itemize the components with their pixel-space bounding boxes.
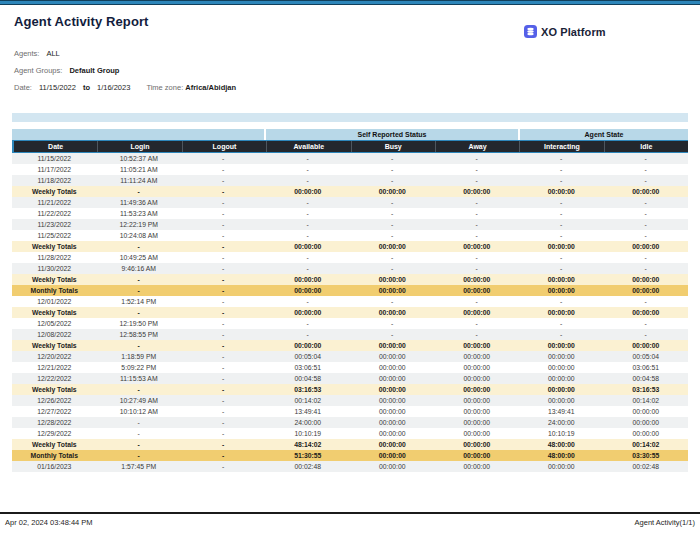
table-cell: - (181, 263, 266, 274)
table-cell: - (181, 439, 266, 450)
table-cell: 03:06:51 (266, 362, 351, 373)
table-cell: - (604, 263, 689, 274)
table-cell: 00:00:00 (350, 307, 435, 318)
table-cell: 00:00:00 (604, 241, 689, 252)
table-cell: - (181, 285, 266, 296)
table-cell: - (350, 329, 435, 340)
table-row: 11/21/202211:49:36 AM------ (12, 197, 688, 208)
table-row: Weekly Totals--00:00:0000:00:0000:00:000… (12, 340, 688, 351)
table-cell: 00:00:00 (519, 274, 604, 285)
table-cell: 00:00:00 (350, 406, 435, 417)
table-cell: 00:00:00 (435, 450, 520, 461)
agent-groups-filter: Agent Groups: Default Group (14, 66, 236, 83)
column-header-cell: Away (436, 141, 520, 152)
table-cell: 00:04:58 (604, 373, 689, 384)
group-header-cell: Agent State (518, 129, 688, 140)
table-row: 12/08/202212:58:55 PM------ (12, 329, 688, 340)
table-cell: 10:52:37 AM (97, 153, 182, 164)
table-cell: - (350, 153, 435, 164)
table-cell: 11/25/2022 (12, 230, 97, 241)
table-cell: - (350, 197, 435, 208)
table-cell: 00:00:00 (350, 241, 435, 252)
table-cell: - (266, 296, 351, 307)
date-filter: Date: 11/15/2022 to 1/16/2023 Time zone:… (14, 83, 236, 100)
table-cell: 11:11:24 AM (97, 175, 182, 186)
table-cell: Monthly Totals (12, 450, 97, 461)
table-cell: - (350, 230, 435, 241)
table-cell: - (519, 219, 604, 230)
table-row: Weekly Totals--00:00:0000:00:0000:00:000… (12, 186, 688, 197)
table-cell: 12/05/2022 (12, 318, 97, 329)
table-cell: - (435, 263, 520, 274)
table-row: Weekly Totals--00:00:0000:00:0000:00:000… (12, 274, 688, 285)
table-cell: - (435, 219, 520, 230)
table-cell: - (435, 175, 520, 186)
table-cell: 00:00:00 (435, 285, 520, 296)
table-cell: - (266, 208, 351, 219)
date-to-word: to (83, 83, 90, 92)
table-row: 11/25/202210:24:08 AM------ (12, 230, 688, 241)
table-cell: 11/23/2022 (12, 219, 97, 230)
table-cell: 12/28/2022 (12, 417, 97, 428)
table-row: 12/21/20225:09:22 PM-03:06:5100:00:0000:… (12, 362, 688, 373)
table-cell: 00:05:04 (604, 351, 689, 362)
table-cell: 00:00:00 (435, 461, 520, 472)
footer-divider (0, 512, 700, 514)
table-cell: - (181, 340, 266, 351)
table-cell: - (181, 186, 266, 197)
table-row: 12/05/202212:19:50 PM------ (12, 318, 688, 329)
top-accent-bar (0, 0, 700, 5)
table-cell: 00:00:00 (266, 186, 351, 197)
table-cell: - (97, 274, 182, 285)
table-cell: 00:00:00 (604, 428, 689, 439)
table-cell: 11/21/2022 (12, 197, 97, 208)
table-cell: - (181, 175, 266, 186)
table-cell: 11/15/2022 (12, 153, 97, 164)
table-row: 11/22/202211:53:23 AM------ (12, 208, 688, 219)
table-cell: - (350, 263, 435, 274)
table-cell: 00:00:00 (266, 307, 351, 318)
table-row: 11/17/202211:05:21 AM------ (12, 164, 688, 175)
table-cell: - (519, 252, 604, 263)
agents-value: ALL (46, 49, 59, 58)
table-cell: - (181, 384, 266, 395)
table-row: 12/26/202210:27:49 AM-00:14:0200:00:0000… (12, 395, 688, 406)
table-cell: 00:14:02 (266, 395, 351, 406)
table-cell: 00:04:58 (266, 373, 351, 384)
table-cell: 00:00:00 (435, 406, 520, 417)
table-cell: - (519, 230, 604, 241)
table-cell: 00:00:00 (519, 373, 604, 384)
table-cell: - (604, 219, 689, 230)
table-cell: 00:00:00 (519, 340, 604, 351)
table-cell: 10:10:19 (519, 428, 604, 439)
table-cell: 00:00:00 (604, 406, 689, 417)
table-row: Weekly Totals--48:14:0200:00:0000:00:004… (12, 439, 688, 450)
table-cell: - (350, 318, 435, 329)
table-cell: 1:57:45 PM (97, 461, 182, 472)
table-cell: 00:00:00 (435, 417, 520, 428)
table-cell: - (519, 208, 604, 219)
table-cell: 00:00:00 (350, 274, 435, 285)
table-cell: 00:00:00 (604, 186, 689, 197)
table-cell: - (435, 164, 520, 175)
table-cell: - (604, 329, 689, 340)
table-cell: 12/21/2022 (12, 362, 97, 373)
table-cell: - (435, 329, 520, 340)
table-cell: 00:00:00 (435, 373, 520, 384)
table-cell: 00:00:00 (519, 384, 604, 395)
table-cell: 00:00:00 (350, 461, 435, 472)
table-cell: - (266, 175, 351, 186)
table-cell: - (181, 307, 266, 318)
table-cell: - (181, 373, 266, 384)
table-cell: 00:00:00 (350, 351, 435, 362)
table-cell: 11/22/2022 (12, 208, 97, 219)
table-cell: 00:00:00 (350, 439, 435, 450)
table-cell: 00:00:00 (350, 384, 435, 395)
table-cell: - (519, 329, 604, 340)
table-cell: Weekly Totals (12, 340, 97, 351)
table-row: 12/27/202210:10:12 AM-13:49:4100:00:0000… (12, 406, 688, 417)
table-top-band (12, 113, 688, 122)
table-cell: Weekly Totals (12, 274, 97, 285)
table-cell: - (181, 428, 266, 439)
table-cell: - (435, 230, 520, 241)
